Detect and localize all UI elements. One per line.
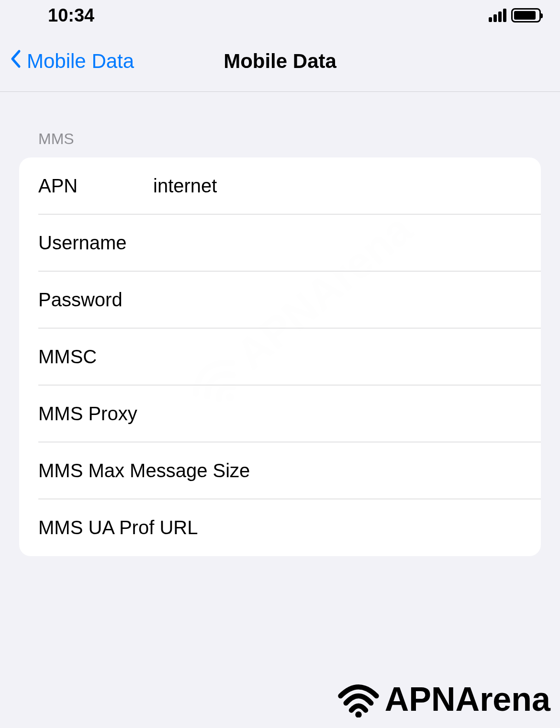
label-apn: APN xyxy=(38,175,153,197)
status-right xyxy=(489,8,541,22)
label-mms-ua-prof: MMS UA Prof URL xyxy=(38,517,198,538)
row-mms-ua-prof[interactable]: MMS UA Prof URL xyxy=(19,499,541,556)
label-mmsc: MMSC xyxy=(38,346,153,368)
label-username: Username xyxy=(38,232,153,254)
row-mms-max-size[interactable]: MMS Max Message Size xyxy=(19,442,541,499)
signal-icon xyxy=(489,9,506,22)
back-button[interactable]: Mobile Data xyxy=(10,49,134,73)
settings-group-mms: APN Username Password MMSC MMS Proxy MMS… xyxy=(19,157,541,556)
input-apn[interactable] xyxy=(153,175,522,197)
input-username[interactable] xyxy=(153,232,522,254)
status-bar: 10:34 xyxy=(0,0,560,31)
chevron-left-icon xyxy=(10,49,21,73)
input-mmsc[interactable] xyxy=(153,346,522,368)
label-mms-max-size: MMS Max Message Size xyxy=(38,460,250,482)
page-title: Mobile Data xyxy=(224,50,336,73)
status-time: 10:34 xyxy=(48,5,94,26)
label-password: Password xyxy=(38,289,153,311)
row-mmsc[interactable]: MMSC xyxy=(19,328,541,385)
section-header-mms: MMS xyxy=(19,92,541,157)
input-mms-proxy[interactable] xyxy=(153,403,522,425)
input-password[interactable] xyxy=(153,289,522,311)
svg-point-1 xyxy=(355,711,362,717)
input-mms-max-size[interactable] xyxy=(250,460,522,482)
row-mms-proxy[interactable]: MMS Proxy xyxy=(19,385,541,442)
row-username[interactable]: Username xyxy=(19,214,541,271)
battery-icon xyxy=(511,8,541,22)
watermark-bottom: APNArena xyxy=(337,680,550,718)
row-apn[interactable]: APN xyxy=(19,157,541,214)
back-label: Mobile Data xyxy=(27,50,134,73)
row-password[interactable]: Password xyxy=(19,271,541,328)
label-mms-proxy: MMS Proxy xyxy=(38,403,153,425)
wifi-icon xyxy=(337,682,380,717)
input-mms-ua-prof[interactable] xyxy=(198,517,522,538)
nav-bar: Mobile Data Mobile Data xyxy=(0,31,560,92)
